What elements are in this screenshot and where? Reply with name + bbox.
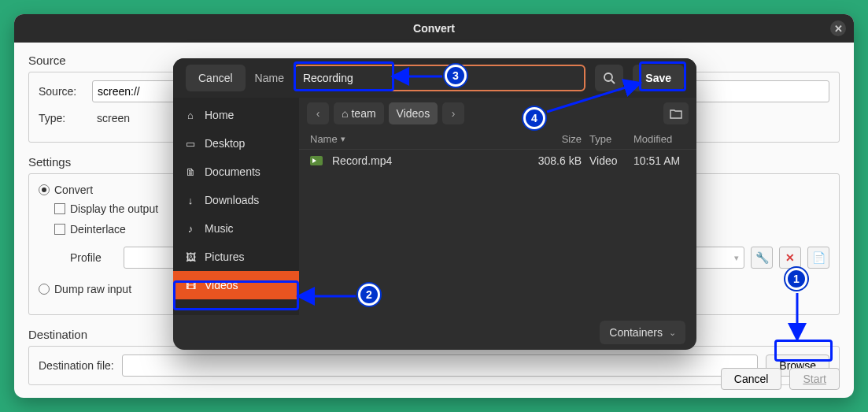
file-name: Record.mp4 bbox=[332, 154, 392, 167]
titlebar: Convert ✕ bbox=[14, 14, 854, 43]
search-icon[interactable] bbox=[595, 65, 623, 91]
crumb-videos[interactable]: Videos bbox=[389, 102, 438, 124]
videos-icon: 🎞 bbox=[184, 280, 197, 291]
dump-radio-label: Dump raw input bbox=[54, 283, 131, 295]
svg-line-1 bbox=[611, 80, 615, 84]
file-save-dialog: Cancel Name Save ⌂Home ▭Desktop 🗎Documen… bbox=[173, 58, 696, 350]
save-button[interactable]: Save bbox=[633, 65, 684, 91]
dest-file-label: Destination file: bbox=[39, 359, 114, 372]
sidebar-item-home[interactable]: ⌂Home bbox=[173, 101, 299, 129]
new-profile-icon[interactable]: 📄 bbox=[807, 247, 829, 269]
deinterlace-label: Deinterlace bbox=[70, 223, 126, 236]
file-type: Video bbox=[582, 154, 626, 167]
svg-point-0 bbox=[604, 73, 612, 81]
sidebar-item-label: Pictures bbox=[205, 251, 245, 263]
close-icon[interactable]: ✕ bbox=[830, 20, 846, 36]
wrench-icon[interactable]: 🔧 bbox=[751, 247, 773, 269]
sidebar-item-label: Desktop bbox=[205, 137, 245, 150]
pictures-icon: 🖼 bbox=[184, 251, 197, 263]
source-label: Source: bbox=[39, 85, 84, 98]
convert-radio[interactable]: Convert bbox=[39, 184, 93, 196]
chevron-down-icon: ⌄ bbox=[669, 328, 676, 338]
music-icon: ♪ bbox=[184, 223, 197, 235]
home-icon: ⌂ bbox=[184, 109, 197, 121]
sidebar-item-label: Home bbox=[205, 109, 234, 121]
nav-back-icon[interactable]: ‹ bbox=[307, 102, 329, 124]
places-sidebar: ⌂Home ▭Desktop 🗎Documents ↓Downloads ♪Mu… bbox=[173, 98, 299, 315]
breadcrumb: ‹ ⌂team Videos › bbox=[299, 98, 696, 129]
sidebar-item-documents[interactable]: 🗎Documents bbox=[173, 158, 299, 186]
crumb-team[interactable]: ⌂team bbox=[334, 102, 384, 124]
filter-combo[interactable]: Containers ⌄ bbox=[600, 321, 685, 344]
file-row[interactable]: Record.mp4 308.6 kB Video 10:51 AM bbox=[299, 150, 696, 172]
sidebar-item-music[interactable]: ♪Music bbox=[173, 214, 299, 243]
file-size: 308.6 kB bbox=[526, 154, 582, 167]
filter-label: Containers bbox=[609, 326, 663, 339]
convert-radio-label: Convert bbox=[54, 184, 93, 196]
col-name-label[interactable]: Name bbox=[310, 133, 338, 145]
start-button[interactable]: Start bbox=[789, 368, 840, 390]
sidebar-item-desktop[interactable]: ▭Desktop bbox=[173, 129, 299, 158]
col-modified-label[interactable]: Modified bbox=[626, 133, 685, 145]
file-modified: 10:51 AM bbox=[626, 154, 685, 167]
documents-icon: 🗎 bbox=[184, 166, 197, 178]
type-label: Type: bbox=[39, 112, 84, 124]
destination-group: Destination file: Browse bbox=[28, 346, 840, 385]
sidebar-item-pictures[interactable]: 🖼Pictures bbox=[173, 243, 299, 271]
sort-indicator-icon: ▾ bbox=[341, 134, 345, 144]
name-label: Name bbox=[255, 72, 284, 84]
sidebar-item-label: Downloads bbox=[205, 194, 259, 206]
profile-label: Profile bbox=[70, 251, 117, 264]
new-folder-icon[interactable] bbox=[663, 102, 689, 124]
nav-forward-icon[interactable]: › bbox=[442, 102, 464, 124]
dest-file-input[interactable] bbox=[122, 354, 759, 377]
sidebar-item-videos[interactable]: 🎞Videos bbox=[173, 271, 299, 299]
downloads-icon: ↓ bbox=[184, 195, 197, 206]
window-title: Convert bbox=[413, 22, 455, 35]
filename-input[interactable] bbox=[294, 65, 585, 91]
col-type-label[interactable]: Type bbox=[582, 133, 626, 145]
file-list-header: Name ▾ Size Type Modified bbox=[299, 129, 696, 150]
dialog-cancel-button[interactable]: Cancel bbox=[186, 65, 246, 91]
crumb-label: team bbox=[351, 107, 375, 120]
sidebar-item-label: Music bbox=[205, 222, 234, 235]
home-icon: ⌂ bbox=[342, 107, 348, 120]
desktop-icon: ▭ bbox=[184, 138, 197, 150]
display-output-label: Display the output bbox=[70, 202, 158, 215]
video-file-icon bbox=[310, 156, 323, 165]
delete-profile-icon[interactable]: ✕ bbox=[779, 247, 801, 269]
col-size-label[interactable]: Size bbox=[526, 133, 582, 145]
crumb-label: Videos bbox=[397, 107, 430, 120]
cancel-button[interactable]: Cancel bbox=[721, 368, 782, 390]
sidebar-item-label: Videos bbox=[205, 279, 238, 291]
sidebar-item-downloads[interactable]: ↓Downloads bbox=[173, 186, 299, 214]
sidebar-item-label: Documents bbox=[205, 165, 260, 178]
dump-radio[interactable]: Dump raw input bbox=[39, 283, 131, 295]
